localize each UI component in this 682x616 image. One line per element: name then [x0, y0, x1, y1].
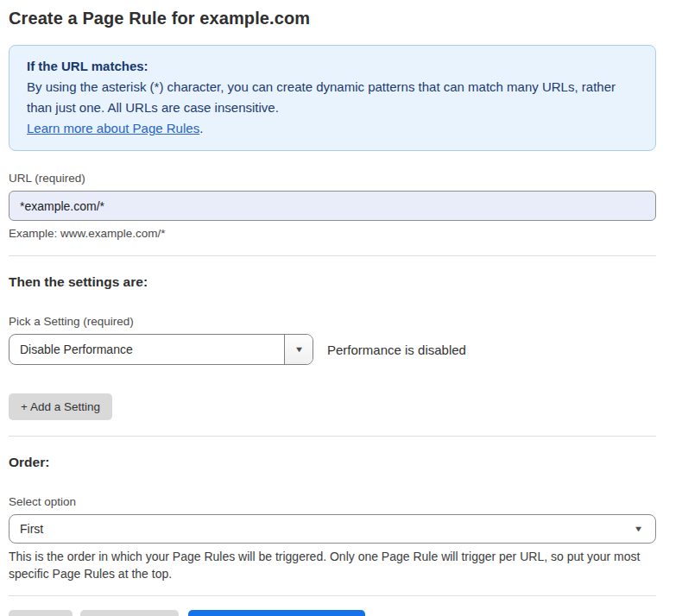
info-box-body: By using the asterisk (*) character, you… [27, 77, 638, 118]
order-help-text: This is the order in which your Page Rul… [9, 549, 656, 582]
cancel-button[interactable]: Cancel [9, 610, 73, 616]
url-matches-info-box: If the URL matches: By using the asteris… [9, 45, 656, 151]
divider [9, 595, 656, 596]
setting-select-value: Disable Performance [9, 335, 284, 364]
url-example-text: Example: www.example.com/* [9, 227, 656, 240]
info-box-heading: If the URL matches: [27, 56, 638, 77]
chevron-down-icon: ▼ [634, 525, 644, 533]
setting-row: Disable Performance ▼ Performance is dis… [9, 334, 656, 365]
settings-section-heading: Then the settings are: [9, 274, 656, 290]
chevron-down-icon: ▼ [294, 346, 304, 354]
url-input[interactable] [9, 191, 656, 221]
setting-select-arrow-button[interactable]: ▼ [284, 335, 313, 364]
add-setting-button[interactable]: + Add a Setting [9, 393, 112, 420]
order-select-label: Select option [9, 495, 656, 508]
page-rule-form: Create a Page Rule for example.com If th… [9, 0, 656, 616]
order-select-dropdown[interactable]: First ▼ [9, 514, 656, 544]
form-actions: Cancel Save as Draft Save and Deploy Pag… [9, 610, 656, 616]
info-box-link-line: Learn more about Page Rules. [27, 118, 638, 139]
save-as-draft-button[interactable]: Save as Draft [80, 610, 179, 616]
url-field-label: URL (required) [9, 172, 656, 185]
learn-more-link[interactable]: Learn more about Page Rules [27, 121, 199, 135]
divider [9, 255, 656, 256]
setting-select-dropdown[interactable]: Disable Performance ▼ [9, 334, 313, 365]
setting-picker-label: Pick a Setting (required) [9, 315, 656, 328]
divider [9, 436, 656, 437]
order-section-heading: Order: [9, 455, 656, 470]
save-and-deploy-button[interactable]: Save and Deploy Page Rule [188, 610, 366, 616]
page-title: Create a Page Rule for example.com [9, 9, 656, 28]
link-suffix: . [199, 121, 203, 135]
order-select-value: First [20, 522, 43, 536]
setting-status-text: Performance is disabled [327, 343, 466, 357]
